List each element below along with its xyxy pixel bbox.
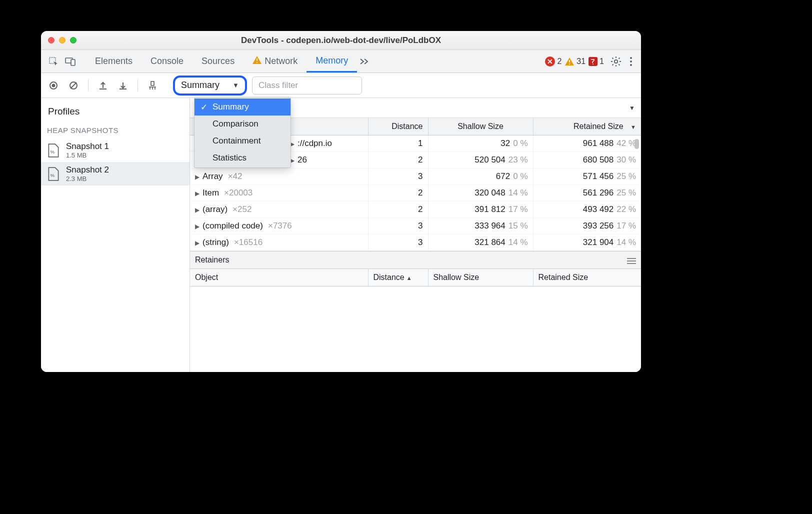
svg-point-20	[52, 84, 56, 87]
sort-desc-icon: ▼	[630, 124, 636, 130]
view-mode-select[interactable]: Summary ▼	[173, 76, 247, 96]
heap-row[interactable]: ▶Array×4236720 %571 45625 %	[190, 168, 641, 185]
dropdown-item-containment[interactable]: Containment	[194, 132, 290, 150]
expand-icon[interactable]: ▶	[195, 174, 200, 180]
issues-count[interactable]: 1	[588, 57, 604, 66]
svg-point-16	[630, 57, 632, 59]
svg-rect-2	[71, 60, 75, 66]
row-retained: 493 49222 %	[533, 202, 641, 218]
error-count[interactable]: ✕ 2	[545, 56, 562, 66]
row-name: Item	[202, 188, 219, 198]
minimize-window-button[interactable]	[59, 37, 66, 44]
separator	[88, 80, 88, 92]
svg-point-17	[630, 60, 632, 62]
row-name-cell: ▶(compiled code)×7376	[190, 218, 368, 234]
tab-elements-label: Elements	[95, 56, 132, 66]
tab-console[interactable]: Console	[142, 50, 192, 72]
svg-line-13	[618, 64, 620, 65]
row-count: ×42	[228, 172, 242, 181]
heap-row[interactable]: ▶Item×200032320 04814 %561 29625 %	[190, 185, 641, 202]
column-shallow[interactable]: Shallow Size	[428, 118, 533, 136]
ret-col-retained[interactable]: Retained Size	[533, 269, 641, 286]
zoom-window-button[interactable]	[70, 37, 76, 44]
warning-count[interactable]: 31	[564, 56, 586, 66]
window-title: DevTools - codepen.io/web-dot-dev/live/P…	[41, 36, 641, 46]
row-name: ://cdpn.io	[298, 138, 332, 148]
heap-row[interactable]: ▶(array)×2522391 81217 %493 49222 %	[190, 202, 641, 218]
chevron-down-icon[interactable]: ▼	[629, 104, 635, 112]
view-mode-dropdown: Summary Comparison Containment Statistic…	[194, 97, 291, 168]
row-name-cell: ▶Item×20003	[190, 185, 368, 202]
heap-row[interactable]: ▶(string)×165163321 86414 %321 90414 %	[190, 234, 641, 251]
chevron-down-icon: ▼	[232, 82, 239, 89]
row-name: (array)	[202, 204, 228, 214]
row-name: (compiled code)	[202, 221, 263, 230]
row-distance: 2	[368, 185, 428, 202]
inspect-element-icon[interactable]	[45, 53, 62, 70]
row-retained: 680 50830 %	[533, 152, 641, 168]
retainers-table: Object Distance▲ Shallow Size Retained S…	[190, 269, 641, 322]
scrollbar[interactable]	[634, 139, 639, 149]
tab-sources[interactable]: Sources	[192, 50, 244, 72]
dropdown-item-comparison[interactable]: Comparison	[194, 116, 290, 132]
column-retained[interactable]: Retained Size ▼	[533, 118, 641, 136]
expand-icon[interactable]: ▶	[195, 190, 200, 197]
retainers-menu-icon[interactable]	[627, 256, 636, 264]
heap-row[interactable]: ▶(compiled code)×73763333 96415 %393 256…	[190, 218, 641, 234]
row-name-cell: ▶(string)×16516	[190, 234, 368, 251]
expand-icon[interactable]: ▶	[195, 240, 200, 246]
snapshot-item[interactable]: % Snapshot 2 2.3 MB	[41, 162, 190, 186]
profiles-sidebar: Profiles HEAP SNAPSHOTS % Snapshot 1 1.5…	[41, 98, 190, 372]
load-icon[interactable]	[96, 78, 110, 93]
svg-point-7	[614, 60, 618, 62]
expand-icon[interactable]: ▶	[195, 223, 200, 230]
row-distance: 1	[368, 136, 428, 152]
row-count: ×252	[232, 204, 252, 214]
tab-memory[interactable]: Memory	[306, 50, 357, 72]
tab-elements[interactable]: Elements	[86, 50, 142, 72]
ret-col-distance[interactable]: Distance▲	[368, 269, 428, 286]
warning-icon	[252, 56, 262, 66]
row-name-cell: ▶Array×42	[190, 168, 368, 185]
garbage-collect-icon[interactable]	[145, 78, 160, 93]
column-distance[interactable]: Distance	[368, 118, 428, 136]
row-retained: 961 48842 %	[533, 136, 641, 152]
row-shallow: 6720 %	[428, 168, 533, 185]
tab-network[interactable]: Network	[244, 50, 306, 72]
close-window-button[interactable]	[48, 37, 54, 44]
dropdown-item-statistics[interactable]: Statistics	[194, 150, 290, 166]
class-filter-placeholder: Class filter	[258, 80, 298, 90]
issues-icon	[588, 57, 598, 66]
snapshot-name: Snapshot 2	[66, 165, 109, 175]
tab-sources-label: Sources	[202, 56, 234, 66]
row-name-cell: ▶(array)×252	[190, 202, 368, 218]
more-tabs-icon[interactable]	[357, 53, 371, 70]
svg-line-15	[618, 58, 620, 58]
record-icon[interactable]	[46, 78, 61, 93]
svg-rect-5	[569, 60, 570, 62]
class-filter-input[interactable]: Class filter	[252, 76, 362, 94]
ret-col-shallow[interactable]: Shallow Size	[428, 269, 533, 286]
issues-count-value: 1	[600, 57, 604, 66]
svg-rect-4	[256, 62, 258, 63]
svg-point-18	[630, 64, 632, 66]
row-name: (string)	[202, 238, 229, 247]
svg-text:%: %	[50, 172, 55, 178]
row-name: Array	[202, 172, 223, 181]
ret-col-object[interactable]: Object	[190, 269, 368, 286]
snapshot-name: Snapshot 1	[66, 142, 109, 152]
dropdown-item-summary[interactable]: Summary	[194, 98, 290, 116]
clear-icon[interactable]	[66, 78, 81, 93]
row-distance: 3	[368, 218, 428, 234]
device-toolbar-icon[interactable]	[62, 53, 79, 70]
warning-icon	[564, 56, 574, 66]
snapshot-item[interactable]: % Snapshot 1 1.5 MB	[41, 138, 190, 162]
settings-icon[interactable]	[607, 53, 625, 70]
snapshot-size: 1.5 MB	[66, 152, 109, 159]
sidebar-section: HEAP SNAPSHOTS	[41, 124, 190, 138]
expand-icon[interactable]: ▶	[195, 206, 200, 214]
kebab-menu-icon[interactable]	[625, 53, 637, 70]
error-count-value: 2	[557, 57, 562, 66]
row-count: ×20003	[224, 188, 252, 198]
save-icon[interactable]	[116, 78, 130, 93]
